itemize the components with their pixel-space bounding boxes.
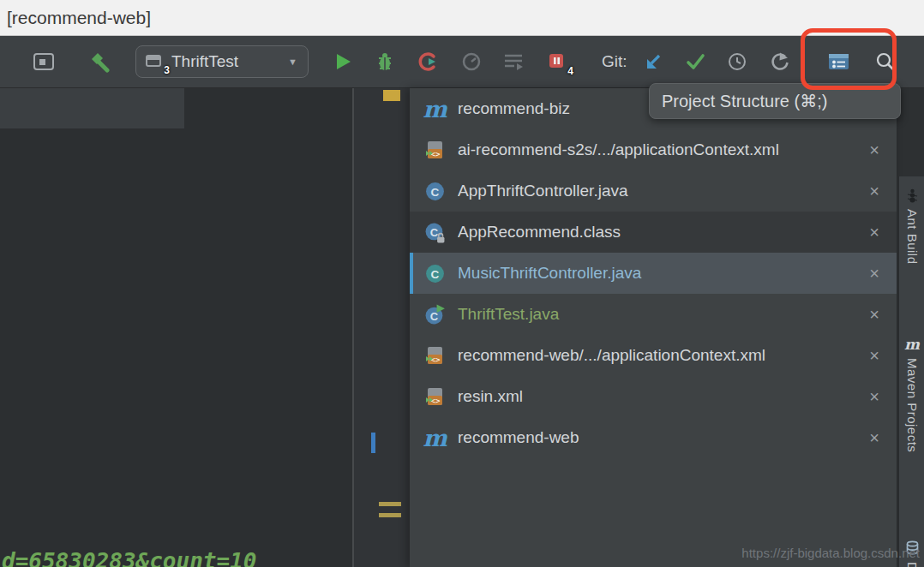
recent-file-item[interactable]: C AppRecommend.class × — [410, 212, 897, 253]
xml-file-icon: <> — [423, 344, 447, 367]
list-lines-icon — [502, 51, 525, 72]
java-class-locked-icon: C — [423, 221, 447, 244]
close-icon[interactable]: × — [864, 306, 885, 323]
git-rollback-button[interactable] — [770, 51, 792, 72]
close-icon[interactable]: × — [864, 265, 885, 282]
error-count-badge: 4 — [567, 65, 573, 77]
watermark-text: https://zjf-bigdata.blog.csdn.net — [741, 546, 920, 560]
file-name: AppRecommend.class — [458, 223, 864, 242]
window-title: [recommend-web] — [7, 8, 151, 28]
file-name: ai-recommend-s2s/.../applicationContext.… — [458, 140, 864, 159]
svg-text:<>: <> — [430, 150, 440, 158]
svg-text:C: C — [430, 225, 439, 238]
checkmark-icon — [684, 51, 708, 72]
svg-text:<>: <> — [430, 355, 440, 364]
svg-text:C: C — [431, 185, 440, 198]
profiler-button[interactable] — [461, 51, 483, 72]
update-arrow-icon — [643, 51, 665, 73]
editor-area[interactable]: d=65830283&count=10 — [0, 88, 410, 567]
xml-file-icon: <> — [423, 385, 447, 409]
search-everywhere-button[interactable] — [874, 51, 897, 73]
close-icon[interactable]: × — [864, 388, 885, 405]
run-config-icon: 3 — [145, 52, 164, 71]
hammer-icon — [87, 51, 111, 73]
sidebar-item-label: Database — [905, 562, 920, 567]
java-class-icon: C — [423, 262, 447, 285]
recent-files-popup: m recommend-biz <> ai-recommend-s2s/.../… — [410, 88, 897, 567]
sidebar-item-label: Ant Build — [905, 209, 920, 265]
close-icon[interactable]: × — [864, 182, 885, 200]
file-name: resin.xml — [458, 387, 864, 406]
xml-file-icon: <> — [423, 139, 447, 162]
run-toolwindow-button[interactable] — [33, 51, 55, 72]
git-commit-button[interactable] — [684, 51, 708, 72]
editor-divider-line — [352, 88, 354, 567]
play-icon — [333, 51, 353, 72]
window-title-bar: [recommend-web] — [0, 0, 924, 36]
recent-file-item-selected[interactable]: C MusicThriftController.java × — [410, 253, 897, 294]
recent-file-item[interactable]: C ThriftTest.java × — [410, 294, 897, 335]
debug-button[interactable] — [372, 51, 398, 73]
close-icon[interactable]: × — [864, 429, 885, 446]
project-structure-tooltip: Project Structure (⌘;) — [649, 83, 901, 119]
run-button[interactable] — [333, 51, 353, 72]
search-icon — [874, 51, 897, 73]
run-window-icon — [33, 51, 55, 72]
recent-file-item[interactable]: C AppThriftController.java × — [410, 170, 897, 212]
file-name: recommend-web — [458, 428, 864, 447]
editor-code-fragment: d=65830283&count=10 — [2, 548, 256, 567]
git-update-button[interactable] — [643, 51, 665, 73]
profiler-icon — [461, 51, 483, 72]
chevron-down-icon: ▼ — [288, 57, 297, 67]
revert-arrow-icon — [770, 51, 792, 72]
sidebar-item-maven-projects[interactable]: m Maven Projects — [899, 337, 924, 452]
errors-widget-button[interactable]: 4 — [547, 51, 567, 72]
navigation-bar-area — [0, 88, 184, 128]
build-project-button[interactable] — [87, 51, 111, 73]
stripe-mark-yellow-dash-2[interactable] — [379, 513, 401, 517]
recent-file-item[interactable]: <> recommend-web/.../applicationContext.… — [410, 335, 897, 376]
project-structure-icon — [826, 51, 852, 73]
clock-icon — [727, 51, 749, 72]
recent-file-item[interactable]: m recommend-web × — [410, 417, 897, 458]
main-area: d=65830283&count=10 m recommend-biz <> a… — [0, 88, 924, 567]
run-config-badge: 3 — [164, 64, 170, 76]
main-toolbar: 3 ThriftTest ▼ — [0, 36, 924, 88]
close-icon[interactable]: × — [864, 141, 885, 158]
sidebar-item-label: Maven Projects — [905, 358, 920, 452]
run-dashboard-button[interactable] — [502, 51, 525, 72]
bug-icon — [372, 51, 398, 73]
stripe-mark-blue-tick[interactable] — [371, 433, 375, 453]
git-history-button[interactable] — [727, 51, 749, 72]
right-toolwindow-stripe: Ant Build m Maven Projects Database — [898, 176, 924, 567]
run-config-label: ThriftTest — [171, 52, 238, 71]
java-class-icon: C — [423, 180, 447, 203]
svg-text:<>: <> — [430, 397, 440, 405]
error-flag-icon — [547, 51, 567, 72]
file-name: AppThriftController.java — [458, 182, 864, 200]
sidebar-item-ant-build[interactable]: Ant Build — [899, 188, 924, 265]
file-name: MusicThriftController.java — [458, 264, 864, 283]
tooltip-text: Project Structure (⌘;) — [662, 91, 827, 111]
recent-file-item[interactable]: <> ai-recommend-s2s/.../applicationConte… — [410, 129, 897, 170]
file-name: recommend-web/.../applicationContext.xml — [458, 346, 864, 365]
file-name: ThriftTest.java — [458, 305, 864, 324]
run-with-coverage-button[interactable] — [417, 51, 439, 72]
close-icon[interactable]: × — [864, 347, 885, 364]
stripe-mark-yellow-dash-1[interactable] — [379, 502, 401, 506]
git-section-label: Git: — [602, 52, 627, 71]
maven-module-icon: m — [423, 98, 447, 121]
svg-text:C: C — [431, 267, 440, 280]
editor-error-stripe[interactable] — [354, 88, 410, 567]
ant-icon — [906, 188, 919, 203]
java-class-runnable-icon: C — [423, 303, 447, 326]
run-configuration-selector[interactable]: 3 ThriftTest ▼ — [135, 45, 309, 78]
close-icon[interactable]: × — [864, 224, 885, 241]
maven-icon: m — [904, 337, 920, 352]
coverage-icon — [417, 51, 439, 72]
project-structure-button[interactable] — [826, 51, 852, 73]
maven-module-icon: m — [423, 427, 447, 450]
stripe-mark-yellow-square[interactable] — [383, 90, 400, 101]
recent-file-item[interactable]: <> resin.xml × — [410, 376, 897, 417]
